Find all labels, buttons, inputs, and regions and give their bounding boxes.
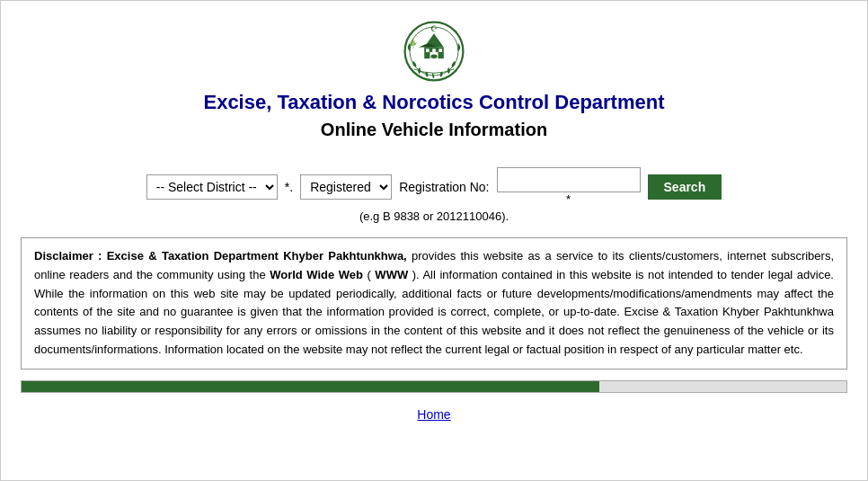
- government-logo: ☪ 🌿: [402, 19, 466, 84]
- disclaimer-www: WWW: [375, 268, 408, 281]
- home-link[interactable]: Home: [417, 407, 450, 422]
- registration-number-input[interactable]: [497, 167, 641, 192]
- progress-bar-fill: [22, 381, 599, 392]
- disclaimer-www-prefix: World Wide Web: [270, 268, 363, 281]
- page-title-main: Excise, Taxation & Norcotics Control Dep…: [203, 91, 664, 114]
- registration-type-select[interactable]: RegisteredToken: [300, 174, 392, 200]
- svg-rect-7: [438, 49, 442, 52]
- svg-rect-9: [430, 55, 437, 59]
- svg-rect-5: [426, 49, 430, 52]
- svg-text:☪: ☪: [430, 24, 438, 33]
- disclaimer-box: Disclaimer : Excise & Taxation Departmen…: [21, 237, 847, 370]
- reg-asterisk: *: [566, 192, 571, 206]
- search-form-row: -- Select District -- *. RegisteredToken…: [146, 167, 722, 206]
- page-title-sub: Online Vehicle Information: [321, 120, 547, 140]
- logo-container: ☪ 🌿: [402, 19, 466, 84]
- registration-label: Registration No:: [399, 180, 489, 194]
- example-text: (e.g B 9838 or 2012110046).: [359, 209, 509, 223]
- search-button[interactable]: Search: [648, 174, 722, 200]
- district-select[interactable]: -- Select District --: [146, 174, 278, 200]
- disclaimer-bold-prefix: Disclaimer : Excise & Taxation Departmen…: [34, 249, 407, 263]
- district-asterisk: *.: [285, 180, 293, 194]
- progress-bar-container: [21, 380, 847, 393]
- svg-rect-6: [432, 49, 436, 52]
